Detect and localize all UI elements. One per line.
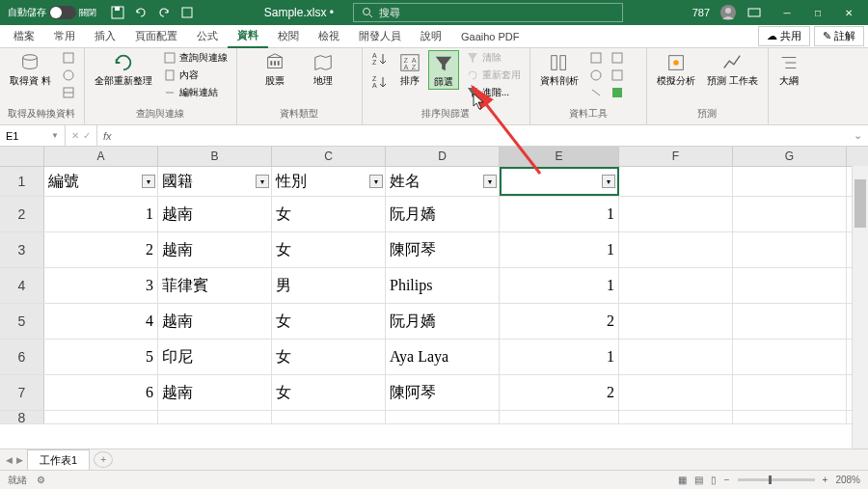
advanced-button[interactable]: 進階...	[463, 85, 524, 100]
minimize-button[interactable]: ─	[772, 0, 802, 25]
redo-icon[interactable]	[156, 5, 172, 20]
get-data-button[interactable]: 取得資 料	[6, 50, 55, 88]
row-header[interactable]: 6	[0, 340, 44, 374]
cell[interactable]	[619, 375, 733, 410]
col-header-C[interactable]: C	[272, 147, 386, 166]
zoom-in-button[interactable]: +	[823, 475, 828, 485]
cell[interactable]: 姓名▾	[386, 167, 500, 196]
col-header-F[interactable]: F	[619, 147, 733, 166]
filter-button[interactable]: 篩選	[428, 50, 459, 90]
cell[interactable]: 越南	[158, 197, 272, 231]
cell[interactable]: 性別▾	[272, 167, 386, 196]
cell[interactable]: Philips	[386, 268, 500, 303]
cell-selected[interactable]: ▾	[500, 167, 619, 196]
cell[interactable]: 女	[272, 197, 386, 231]
cell[interactable]: 1	[500, 268, 619, 303]
cell[interactable]: 印尼	[158, 340, 272, 374]
filter-dropdown-icon[interactable]: ▾	[602, 175, 615, 188]
ribbon-display-icon[interactable]	[746, 5, 762, 20]
cell[interactable]: 陳阿琴	[386, 232, 500, 267]
sort-desc-icon[interactable]: ZA	[368, 73, 392, 91]
cell[interactable]: 女	[272, 340, 386, 374]
zoom-out-button[interactable]: −	[724, 475, 730, 485]
sort-asc-icon[interactable]: AZ	[368, 50, 392, 68]
cell[interactable]	[733, 232, 847, 267]
row-header[interactable]: 2	[0, 197, 44, 231]
col-header-A[interactable]: A	[44, 147, 158, 166]
new-sheet-button[interactable]: +	[94, 451, 113, 468]
sheet-nav-prev-icon[interactable]: ◀	[6, 455, 13, 465]
col-header-B[interactable]: B	[158, 147, 272, 166]
cell[interactable]	[619, 197, 733, 231]
user-avatar-icon[interactable]	[719, 4, 737, 21]
filter-dropdown-icon[interactable]: ▾	[369, 175, 383, 188]
relationships-icon[interactable]	[586, 85, 606, 100]
cell[interactable]: 女	[272, 232, 386, 267]
save-icon[interactable]	[110, 5, 125, 20]
cell[interactable]	[733, 375, 847, 410]
filter-dropdown-icon[interactable]: ▾	[142, 175, 155, 188]
cell[interactable]	[619, 268, 733, 303]
queries-connections-button[interactable]: 查詢與連線	[160, 50, 231, 66]
tab-layout[interactable]: 頁面配置	[125, 25, 187, 47]
row-header[interactable]: 5	[0, 304, 44, 339]
tab-help[interactable]: 說明	[411, 25, 451, 47]
select-all-corner[interactable]	[0, 147, 44, 166]
cell[interactable]: 陳阿琴	[386, 375, 500, 410]
row-header[interactable]: 1	[0, 167, 44, 196]
filter-dropdown-icon[interactable]: ▾	[483, 175, 497, 188]
sheet-tab[interactable]: 工作表1	[27, 449, 90, 471]
cell[interactable]: 越南	[158, 375, 272, 410]
autosave-toggle[interactable]: 自動儲存 關閉	[4, 6, 100, 19]
tab-view[interactable]: 檢視	[309, 25, 349, 47]
cell[interactable]	[733, 167, 847, 196]
cell[interactable]	[619, 411, 733, 424]
touch-mode-icon[interactable]	[179, 5, 195, 20]
cell[interactable]: 越南	[158, 304, 272, 339]
row-header[interactable]: 4	[0, 268, 44, 303]
cell[interactable]: 2	[500, 375, 619, 410]
cell[interactable]	[44, 411, 158, 424]
filter-dropdown-icon[interactable]: ▾	[256, 175, 269, 188]
zoom-slider[interactable]	[738, 478, 815, 481]
sheet-nav-next-icon[interactable]: ▶	[16, 455, 23, 465]
share-button[interactable]: ☁ 共用	[758, 26, 810, 46]
outline-button[interactable]: 大綱	[774, 50, 803, 88]
cell[interactable]: 4	[44, 304, 158, 339]
from-table-icon[interactable]	[59, 85, 78, 100]
cell[interactable]: 越南	[158, 232, 272, 267]
geography-button[interactable]: 地理	[309, 50, 338, 88]
refresh-all-button[interactable]: 全部重新整理	[91, 50, 156, 88]
from-web-icon[interactable]	[59, 68, 78, 83]
cell[interactable]	[272, 411, 386, 424]
cell[interactable]: 6	[44, 375, 158, 410]
undo-icon[interactable]	[133, 5, 149, 20]
col-header-E[interactable]: E	[500, 147, 619, 166]
cell[interactable]: 2	[500, 304, 619, 339]
stocks-button[interactable]: 股票	[260, 50, 289, 88]
cell[interactable]: 編號▾	[44, 167, 158, 196]
forecast-sheet-button[interactable]: 預測 工作表	[703, 50, 762, 88]
cell[interactable]: 菲律賓	[158, 268, 272, 303]
edit-links-button[interactable]: 編輯連結	[160, 85, 231, 100]
toggle-switch[interactable]	[49, 6, 76, 19]
maximize-button[interactable]: □	[802, 0, 833, 25]
cell[interactable]	[619, 167, 733, 196]
cell[interactable]: 阮月嬌	[386, 197, 500, 231]
tab-data[interactable]: 資料	[228, 24, 268, 48]
flash-fill-icon[interactable]	[586, 50, 606, 66]
cell[interactable]: 國籍▾	[158, 167, 272, 196]
tab-formulas[interactable]: 公式	[187, 25, 228, 47]
view-page-break-icon[interactable]: ▯	[711, 475, 717, 485]
reapply-button[interactable]: 重新套用	[463, 68, 524, 83]
cell[interactable]: 5	[44, 340, 158, 374]
name-box[interactable]: E1▼	[0, 125, 66, 146]
row-header[interactable]: 3	[0, 232, 44, 267]
cell[interactable]	[619, 340, 733, 374]
cell[interactable]	[500, 411, 619, 424]
tab-insert[interactable]: 插入	[85, 25, 125, 47]
cell[interactable]	[733, 268, 847, 303]
col-header-D[interactable]: D	[386, 147, 500, 166]
cell[interactable]: 1	[500, 340, 619, 374]
cell[interactable]	[619, 232, 733, 267]
